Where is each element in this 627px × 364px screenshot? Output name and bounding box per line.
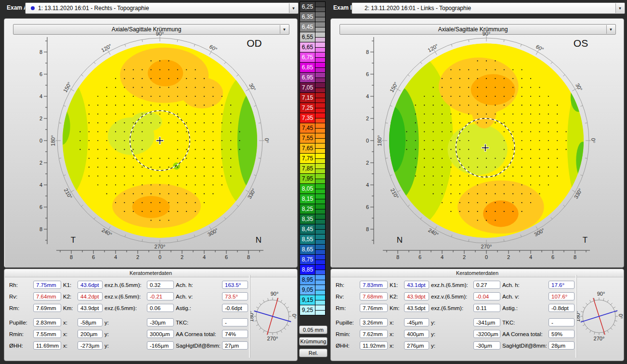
scale-row-7-15: 7,15 (300, 92, 326, 103)
kerato-label-od-rmin-r5: Rmin: (9, 331, 31, 337)
kerato-label-od-rm-r3: Rm: (9, 305, 31, 311)
kerato-label-od-x-r4: x: (63, 320, 76, 325)
scale-row-7-35: 7,35 (300, 113, 326, 123)
scale-rel-button[interactable]: Rel. (299, 349, 327, 357)
kerato-field-od-rv-r2[interactable]: 7.64mm (33, 292, 61, 300)
exam-a-selector[interactable]: 1: 13.11.2020 16:01 - Rechts - Topograph… (25, 2, 299, 14)
scale-value-cell: 6,45 (300, 22, 315, 32)
kerato-field-od-k2-r2[interactable]: 44.2dpt (78, 292, 103, 300)
application-window: Exam A: 1: 13.11.2020 16:01 - Rechts - T… (0, 0, 627, 364)
kerato-field-os-hh-r6[interactable]: 11.92mm (360, 341, 388, 350)
axis-tick-label: 8 (366, 49, 369, 55)
scale-sub-cells (315, 143, 326, 154)
scale-row-6-65: 6,65 (300, 42, 326, 52)
axis-tick-label: 0 (485, 254, 488, 260)
dial-label-0: 0° (618, 314, 623, 319)
kerato-field-os-exzv65mm-r2[interactable]: -0.04 (473, 292, 500, 300)
kerato-field-od-tkc-r4[interactable]: - (222, 318, 248, 326)
scale-sub-cells (315, 264, 326, 275)
kerato-label-od-y-r5: y: (104, 331, 145, 337)
kerato-field-od-rh-r1[interactable]: 7.75mm (33, 281, 61, 289)
exam-b-selector[interactable]: 2: 13.11.2020 16:01 - Links - Topographi… (352, 2, 625, 14)
kerato-label-os-km-r3: Km: (390, 305, 402, 311)
kerato-field-od-y-r6[interactable]: -165µm (147, 341, 174, 350)
kerato-field-os-y-r5[interactable]: -3200µm (473, 330, 500, 338)
kerato-field-os-astig-r3[interactable]: -0.8dpt (549, 304, 575, 312)
scale-value-cell: 8,45 (300, 224, 315, 234)
kerato-field-od-y-r4[interactable]: -30µm (147, 318, 174, 326)
kerato-field-od-aacorneatotal-r5[interactable]: 74% (222, 330, 248, 338)
kerato-label-od-tkc-r4: TKC: (176, 320, 220, 325)
kerato-field-os-rmin-r5[interactable]: 7.62mm (360, 330, 388, 338)
kerato-field-od-km-r3[interactable]: 43.9dpt (78, 304, 103, 312)
kerato-field-od-astig-r3[interactable]: -0.6dpt (222, 304, 248, 312)
kerato-field-os-x-r6[interactable]: 276µm (404, 341, 429, 350)
kerato-field-os-y-r6[interactable]: -30µm (473, 341, 500, 350)
scale-row-9-05: 9,05 (300, 285, 326, 295)
scale-sub-cells (315, 204, 326, 214)
kerato-field-od-pupille-r4[interactable]: 2.83mm (33, 318, 61, 326)
kerato-field-os-rh-r1[interactable]: 7.83mm (360, 281, 388, 289)
exam-a-bar: Exam A: 1: 13.11.2020 16:01 - Rechts - T… (3, 0, 298, 16)
kerato-field-od-achh-r1[interactable]: 163.5° (222, 281, 248, 289)
kerato-field-os-k1-r1[interactable]: 43.1dpt (404, 281, 429, 289)
kerato-label-os-astig-r3: Astig.: (502, 305, 547, 311)
kerato-field-os-achv-r2[interactable]: 107.6° (549, 292, 575, 300)
kerato-field-od-exz65mm-r3[interactable]: 0.06 (147, 304, 174, 312)
scale-row-8-75: 8,75 (300, 254, 326, 265)
axis-tick-label: 2 (39, 160, 42, 166)
kerato-field-os-y-r4[interactable]: -341µm (473, 318, 500, 326)
kerato-field-od-exzh65mm-r1[interactable]: 0.32 (147, 281, 174, 289)
scale-sub-cells (315, 103, 326, 113)
scale-row-7-85: 7,85 (300, 163, 326, 174)
kerato-field-os-saghgtdif8mm-r6[interactable]: 28µm (549, 341, 575, 350)
kerato-field-os-rv-r2[interactable]: 7.68mm (360, 292, 388, 300)
kerato-field-od-rm-r3[interactable]: 7.69mm (33, 304, 61, 312)
kerato-field-od-hh-r6[interactable]: 11.69mm (33, 341, 61, 350)
axis-tick-label: 4 (39, 182, 42, 188)
kerato-field-od-x-r5[interactable]: 200µm (78, 330, 103, 338)
kerato-field-od-saghgtdif8mm-r6[interactable]: 27µm (222, 341, 248, 350)
scale-row-6-55: 6,55 (300, 32, 326, 42)
exam-b-dropdown-arrow-icon[interactable]: ▼ (615, 3, 624, 13)
axis-tick-label: 8 (574, 254, 576, 260)
axis-tick-label: 6 (39, 71, 42, 77)
kerato-field-os-k2-r2[interactable]: 43.9dpt (404, 292, 429, 300)
kerato-row: Pupille:3.26mmx:-45µmy:-341µmTKC:- (336, 318, 575, 327)
kerato-field-os-x-r5[interactable]: 400µm (404, 330, 429, 338)
scale-mode-button[interactable]: Krümmung (299, 337, 327, 346)
scale-value-cell: 6,25 (300, 1, 315, 12)
exam-a-dropdown-arrow-icon[interactable]: ▼ (289, 3, 298, 13)
scale-row-8-85: 8,85 (300, 264, 326, 275)
kerato-row: Rmin:7.55mmx:200µmy:3000µmAA Cornea tota… (9, 329, 248, 338)
kerato-row: Rm:7.69mmKm:43.9dptexz.(6.5mm):0.06Astig… (9, 303, 248, 312)
scale-sub-cells (315, 285, 326, 295)
kerato-field-od-y-r5[interactable]: 3000µm (147, 330, 174, 338)
kerato-field-os-rm-r3[interactable]: 7.76mm (360, 304, 388, 312)
scale-sub-cells (315, 42, 326, 52)
kerato-label-os-rm-r3: Rm: (336, 305, 358, 311)
axis-tick-label: 4 (366, 93, 369, 99)
kerato-field-od-k1-r1[interactable]: 43.6dpt (78, 281, 103, 289)
kerato-field-od-achv-r2[interactable]: 73.5° (222, 292, 248, 300)
kerato-field-os-aacorneatotal-r5[interactable]: 59% (549, 330, 575, 338)
kerato-field-os-x-r4[interactable]: -45µm (404, 318, 429, 326)
scale-step-button[interactable]: 0.05 mm (299, 325, 327, 334)
degree-label: 90° (156, 31, 164, 37)
kerato-field-os-achh-r1[interactable]: 17.6° (549, 281, 575, 289)
kerato-field-od-rmin-r5[interactable]: 7.55mm (33, 330, 61, 338)
kerato-field-os-exz65mm-r3[interactable]: 0.11 (473, 304, 500, 312)
kerato-label-os-x-r6: x: (390, 343, 402, 349)
axis-tick-label: 8 (39, 226, 42, 232)
kerato-label-os-hh-r6: ØHH: (336, 343, 358, 349)
kerato-field-od-x-r4[interactable]: -58µm (78, 318, 103, 326)
kerato-field-os-exzh65mm-r1[interactable]: 0.27 (473, 281, 500, 289)
kerato-field-os-pupille-r4[interactable]: 3.26mm (360, 318, 388, 326)
scale-row-8-95: 8,95 (300, 274, 326, 285)
kerato-field-od-exzv65mm-r2[interactable]: -0.21 (147, 292, 174, 300)
kerato-label-os-exz65mm-r3: exz.(6.5mm): (431, 305, 471, 311)
kerato-field-os-tkc-r4[interactable]: - (549, 318, 575, 326)
kerato-field-os-km-r3[interactable]: 43.5dpt (404, 304, 429, 312)
axis-tick-label: 6 (366, 204, 369, 210)
kerato-field-od-x-r6[interactable]: -273µm (78, 341, 103, 350)
